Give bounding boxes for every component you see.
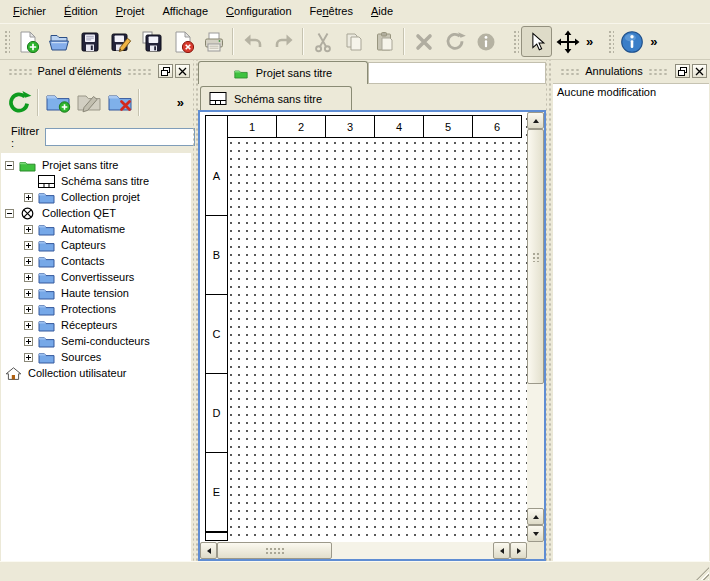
tree-expander-icon[interactable] (5, 209, 14, 218)
dock-grip[interactable] (8, 67, 32, 76)
scroll-up-button[interactable] (527, 112, 544, 129)
copy-icon (342, 30, 366, 54)
tree-expander-icon[interactable] (24, 241, 33, 250)
vertical-scroll-thumb[interactable] (527, 129, 544, 384)
dock-grip[interactable] (560, 67, 580, 76)
elements-panel-titlebar[interactable]: Panel d'éléments (0, 62, 193, 80)
toolbar-drag-handle[interactable] (607, 29, 614, 55)
tree-item-label: Collection QET (42, 207, 116, 219)
status-bar (0, 561, 710, 581)
reload-collections-button[interactable] (3, 87, 34, 118)
tree-expander-icon[interactable] (24, 225, 33, 234)
dock-close-button[interactable] (692, 64, 707, 78)
vertical-scrollbar[interactable] (527, 112, 544, 542)
save-as-button[interactable] (105, 26, 136, 57)
close-file-button[interactable] (167, 26, 198, 57)
tree-item[interactable]: Collection projet (1, 189, 191, 205)
dock-grip[interactable] (127, 67, 151, 76)
tree-item[interactable]: Automatisme (1, 221, 191, 237)
menu-item[interactable]: Fichier (4, 2, 55, 21)
filter-input[interactable] (45, 128, 195, 146)
tree-item[interactable]: Semi-conducteurs (1, 333, 191, 349)
tree-item[interactable]: Haute tension (1, 285, 191, 301)
undo-button[interactable] (237, 26, 268, 57)
window-resize-grip[interactable] (696, 567, 709, 580)
element-infos-button[interactable] (470, 26, 501, 57)
tree-item[interactable]: Collection QET (1, 205, 191, 221)
toolbar-drag-handle[interactable] (512, 29, 519, 55)
tree-item[interactable]: Sources (1, 349, 191, 365)
float-icon (161, 67, 170, 76)
tree-item[interactable]: Capteurs (1, 237, 191, 253)
new-category-button[interactable] (42, 87, 73, 118)
scroll-up-button-2[interactable] (527, 508, 544, 525)
undo-history-item[interactable]: Aucune modification (553, 84, 709, 100)
select-mode-button[interactable] (521, 26, 552, 57)
toolbar-overflow-chevron[interactable]: » (583, 34, 596, 49)
tree-item[interactable]: Contacts (1, 253, 191, 269)
tree-item[interactable]: Projet sans titre (1, 157, 191, 173)
edit-category-button[interactable] (73, 87, 104, 118)
tree-expander-icon[interactable] (24, 289, 33, 298)
tree-item[interactable]: Convertisseurs (1, 269, 191, 285)
delete-category-button[interactable] (104, 87, 135, 118)
tree-expander-icon[interactable] (24, 321, 33, 330)
panel-overflow-chevron[interactable]: » (177, 95, 190, 110)
toolbar-drag-handle[interactable] (3, 29, 10, 55)
horizontal-scrollbar[interactable] (200, 542, 527, 559)
dock-float-button[interactable] (158, 64, 173, 78)
menu-item[interactable]: Fenêtres (301, 2, 362, 21)
tree-expander-icon[interactable] (5, 161, 14, 170)
schema-tab[interactable]: Schéma sans titre (200, 86, 352, 110)
dock-float-button[interactable] (675, 64, 690, 78)
schema-tab-label: Schéma sans titre (234, 93, 322, 105)
tree-expander-icon[interactable] (24, 193, 33, 202)
dock-close-button[interactable] (175, 64, 190, 78)
menu-item[interactable]: Édition (55, 2, 107, 21)
schema-canvas[interactable] (200, 112, 544, 559)
dock-grip[interactable] (648, 67, 668, 76)
menu-item[interactable]: Projet (107, 2, 154, 21)
rotate-button[interactable] (439, 26, 470, 57)
elements-tree[interactable]: Projet sans titre (1, 153, 191, 561)
copy-button[interactable] (338, 26, 369, 57)
delete-button[interactable] (408, 26, 439, 57)
tree-expander-icon[interactable] (24, 337, 33, 346)
scroll-right-button[interactable] (510, 542, 527, 559)
tree-item[interactable]: Récepteurs (1, 317, 191, 333)
menu-item[interactable]: Configuration (217, 2, 300, 21)
undo-panel-titlebar[interactable]: Annulations (552, 62, 710, 80)
undo-history-list[interactable]: Aucune modification (553, 83, 709, 561)
scroll-left-button[interactable] (200, 542, 217, 559)
paste-button[interactable] (369, 26, 400, 57)
tree-expander-icon[interactable] (24, 257, 33, 266)
tree-item[interactable]: Schéma sans titre (1, 173, 191, 189)
scroll-left-button-2[interactable] (493, 542, 510, 559)
delete-folder-icon (107, 90, 133, 114)
menu-item[interactable]: Affichage (153, 2, 217, 21)
tree-item-icon (19, 159, 36, 172)
tree-expander-icon[interactable] (24, 273, 33, 282)
toolbar-overflow-chevron[interactable]: » (647, 34, 660, 49)
dock-splitter-right[interactable] (546, 60, 551, 561)
tree-item[interactable]: Collection utilisateur (1, 365, 191, 381)
move-icon (556, 30, 580, 54)
horizontal-scroll-thumb[interactable] (217, 542, 332, 559)
project-tab[interactable]: Projet sans titre (198, 61, 368, 84)
menu-item[interactable]: Aide (362, 2, 402, 21)
scroll-down-button[interactable] (527, 525, 544, 542)
tree-expander-icon[interactable] (24, 305, 33, 314)
scroll-mode-button[interactable] (552, 26, 583, 57)
tree-item-icon (38, 175, 55, 188)
new-document-button[interactable] (12, 26, 43, 57)
about-qet-button[interactable] (616, 26, 647, 57)
save-button[interactable] (74, 26, 105, 57)
save-all-button[interactable] (136, 26, 167, 57)
tree-expander-icon[interactable] (24, 353, 33, 362)
cut-button[interactable] (307, 26, 338, 57)
schema-view[interactable]: 1 2 3 4 5 6 A B C (198, 110, 546, 561)
redo-button[interactable] (268, 26, 299, 57)
tree-item[interactable]: Protections (1, 301, 191, 317)
print-button[interactable] (198, 26, 229, 57)
open-project-button[interactable] (43, 26, 74, 57)
